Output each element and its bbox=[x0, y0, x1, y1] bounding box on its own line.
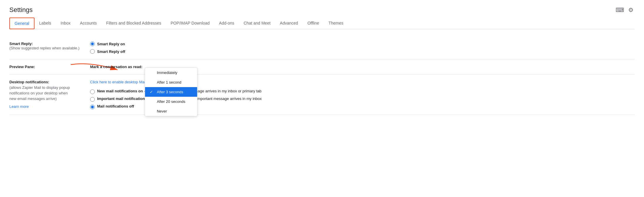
enable-desktop-link-text: Click here to enable desktop bbox=[90, 80, 138, 84]
dropdown-item-after1-label: After 1 second bbox=[157, 80, 181, 84]
header-icons: ⌨ ⚙ bbox=[614, 5, 635, 15]
dropdown-item-after1[interactable]: After 1 second bbox=[145, 77, 197, 87]
nav-tabs: General Labels Inbox Accounts Filters an… bbox=[9, 18, 635, 29]
preview-pane-row: Preview Pane: Mark a conversation as rea… bbox=[9, 59, 635, 75]
preview-pane-title: Preview Pane: bbox=[9, 65, 35, 69]
tab-themes[interactable]: Themes bbox=[324, 18, 348, 29]
important-mail-radio[interactable] bbox=[90, 97, 95, 102]
tab-advanced[interactable]: Advanced bbox=[275, 18, 303, 29]
tab-accounts[interactable]: Accounts bbox=[75, 18, 101, 29]
desktop-notifications-subtext3: new email messages arrive) bbox=[9, 96, 85, 101]
mail-off-label: Mail notifications off bbox=[97, 104, 134, 108]
smart-reply-title: Smart Reply: bbox=[9, 42, 33, 46]
dropdown-item-never-label: Never bbox=[157, 109, 167, 113]
tab-offline[interactable]: Offline bbox=[303, 18, 324, 29]
smart-reply-off-radio[interactable] bbox=[90, 49, 95, 54]
mark-read-dropdown-menu: Immediately After 1 second ✓ After 3 sec… bbox=[145, 68, 197, 116]
dropdown-item-immediately[interactable]: Immediately bbox=[145, 68, 197, 77]
desktop-notifications-subtext2: notifications on your desktop when bbox=[9, 91, 85, 95]
preview-pane-label: Preview Pane: bbox=[9, 65, 85, 69]
tab-labels[interactable]: Labels bbox=[35, 18, 56, 29]
enable-desktop-link[interactable]: Click here to enable desktop bbox=[90, 80, 138, 84]
dropdown-item-after20[interactable]: After 20 seconds bbox=[145, 97, 197, 106]
dropdown-item-after20-label: After 20 seconds bbox=[157, 99, 185, 104]
keyboard-icon[interactable]: ⌨ bbox=[614, 5, 625, 15]
smart-reply-control: Smart Reply on Smart Reply off bbox=[90, 42, 635, 54]
smart-reply-subtext: (Show suggested replies when available.) bbox=[9, 46, 80, 50]
tab-general[interactable]: General bbox=[9, 18, 35, 29]
desktop-notifications-title: Desktop notifications: bbox=[9, 80, 85, 84]
gear-icon[interactable]: ⚙ bbox=[627, 5, 635, 15]
new-mail-radio[interactable] bbox=[90, 89, 95, 94]
settings-content: Smart Reply: (Show suggested replies whe… bbox=[9, 29, 635, 122]
smart-reply-label: Smart Reply: (Show suggested replies whe… bbox=[9, 42, 85, 50]
preview-pane-control: Mark a conversation as read: Immediately… bbox=[90, 65, 635, 69]
new-mail-label: New mail notifications on bbox=[97, 89, 143, 93]
header: Settings ⌨ ⚙ bbox=[9, 0, 635, 15]
important-mail-label: Important mail notifications on bbox=[97, 96, 153, 101]
smart-reply-on-item[interactable]: Smart Reply on bbox=[90, 42, 635, 46]
dropdown-item-never[interactable]: Never bbox=[145, 106, 197, 116]
desktop-notifications-label: Desktop notifications: (allows Zapier Ma… bbox=[9, 80, 85, 109]
smart-reply-off-label[interactable]: Smart Reply off bbox=[97, 49, 125, 54]
desktop-notifications-row: Desktop notifications: (allows Zapier Ma… bbox=[9, 75, 635, 115]
mail-off-notification-text: Mail notifications off bbox=[97, 104, 134, 108]
desktop-notifications-subtext1: (allows Zapier Mail to display popup bbox=[9, 85, 85, 90]
smart-reply-on-label[interactable]: Smart Reply on bbox=[97, 42, 125, 46]
smart-reply-row: Smart Reply: (Show suggested replies whe… bbox=[9, 36, 635, 59]
mail-off-radio[interactable] bbox=[90, 105, 95, 109]
tab-inbox[interactable]: Inbox bbox=[56, 18, 75, 29]
learn-more-link[interactable]: Learn more bbox=[9, 104, 85, 109]
tab-filters[interactable]: Filters and Blocked Addresses bbox=[101, 18, 166, 29]
mark-read-text: Mark a conversation as read: bbox=[90, 65, 142, 69]
dropdown-item-after3[interactable]: ✓ After 3 seconds bbox=[145, 87, 197, 97]
tab-popimap[interactable]: POP/IMAP Download bbox=[166, 18, 214, 29]
dropdown-item-after3-label: After 3 seconds bbox=[157, 90, 183, 94]
smart-reply-options: Smart Reply on Smart Reply off bbox=[90, 42, 635, 54]
tab-chatmeet[interactable]: Chat and Meet bbox=[239, 18, 275, 29]
smart-reply-off-item[interactable]: Smart Reply off bbox=[90, 49, 635, 54]
dropdown-item-immediately-label: Immediately bbox=[157, 70, 177, 75]
page-title: Settings bbox=[9, 6, 33, 14]
checkmark-icon: ✓ bbox=[150, 90, 154, 94]
tab-addons[interactable]: Add-ons bbox=[214, 18, 239, 29]
smart-reply-on-radio[interactable] bbox=[90, 42, 95, 46]
